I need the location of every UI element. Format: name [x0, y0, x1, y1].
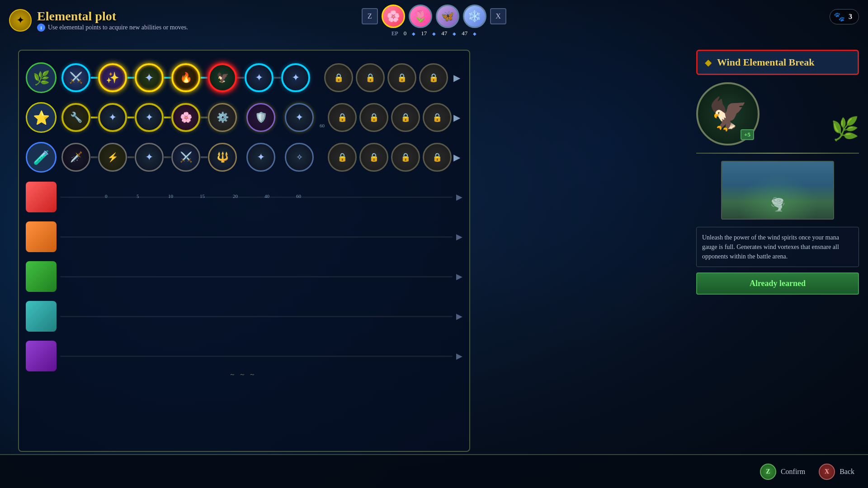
- connector-2-2: [127, 117, 134, 118]
- skill-node-3-2[interactable]: ⚡: [98, 143, 127, 172]
- empty-arrow-orange: ▶: [456, 232, 462, 242]
- skill-node-3-3[interactable]: ✦: [135, 143, 164, 172]
- skill-row-3: 🧪 🗡️ 0 ⚡ 5 ✦ 10 ⚔️ 15 🔱: [26, 139, 462, 175]
- empty-line-purple: [60, 356, 453, 357]
- char-next-btn[interactable]: X: [490, 8, 506, 24]
- connector-1-6: [274, 77, 281, 79]
- skill-node-1-7[interactable]: ✦: [281, 63, 310, 92]
- description-box: Unleash the power of the wind spirits on…: [696, 227, 859, 267]
- skill-node-1-10-locked: [387, 63, 416, 92]
- confirm-key-label: Z: [766, 468, 770, 475]
- ep-value-2: 17: [421, 30, 427, 37]
- skill-node-3-11-locked: [423, 143, 452, 172]
- skill-row-1: 🌿 ⚔️ ✨ ✦ 🔥 🦅 ✦: [26, 60, 462, 96]
- connector-2-3: [164, 117, 171, 118]
- empty-char-orange: [26, 221, 57, 252]
- skill-icon-large: 🦅 +5: [696, 82, 760, 145]
- skill-node-1-2[interactable]: ✨: [98, 63, 127, 92]
- ep-diamond-3: ◆: [453, 31, 456, 36]
- empty-line-teal: [60, 316, 453, 317]
- skill-node-3-1[interactable]: 🗡️: [61, 143, 90, 172]
- connector-1-4: [201, 77, 208, 79]
- connector-1-1: [91, 77, 98, 79]
- skill-node-2-4[interactable]: 🌸: [171, 103, 200, 132]
- skill-node-2-7[interactable]: ✦: [285, 103, 314, 132]
- row-arrow-2: ▶: [453, 112, 462, 123]
- skill-node-1-5-selected[interactable]: 🦅: [208, 63, 237, 92]
- connector-2-1: [91, 117, 98, 118]
- skill-node-1-4[interactable]: 🔥: [171, 63, 200, 92]
- row-arrow-1: ▶: [453, 72, 462, 83]
- skill-title-icon: ◆: [705, 57, 712, 68]
- empty-row-red: ▶: [26, 179, 462, 215]
- empty-arrow-red: ▶: [456, 192, 462, 202]
- back-button[interactable]: X Back: [819, 464, 854, 480]
- char-icon-row3: 🧪: [26, 142, 57, 173]
- back-label: Back: [840, 468, 854, 476]
- back-key: X: [819, 464, 835, 480]
- label-0-row3: 0: [105, 193, 108, 199]
- page-title: Elemental plot: [37, 9, 188, 23]
- divider: [696, 153, 859, 154]
- confirm-label: Confirm: [781, 468, 805, 476]
- ep-value-1: 0: [404, 30, 407, 37]
- skill-node-3-5[interactable]: 🔱: [208, 143, 237, 172]
- currency-display: 🐾 3: [830, 9, 859, 24]
- skill-node-3-6[interactable]: ✦: [246, 143, 275, 172]
- connector-3-1: [91, 156, 98, 158]
- label-15-row3: 15: [200, 193, 205, 199]
- skill-node-2-1[interactable]: 🔧: [61, 103, 90, 132]
- char-selector: Z 🌸 🌷 🦋 ❄️ X: [362, 5, 506, 28]
- char-prev-btn[interactable]: Z: [362, 8, 378, 24]
- empty-row-green2: ▶: [26, 258, 462, 295]
- char-avatar-3[interactable]: 🦋: [436, 5, 459, 28]
- empty-row-purple: ▶: [26, 338, 462, 374]
- skill-node-2-10-locked: [391, 103, 420, 132]
- main-panel: 🌿 ⚔️ ✨ ✦ 🔥 🦅 ✦: [18, 50, 470, 452]
- label-10-row3: 10: [168, 193, 173, 199]
- char-avatar-1[interactable]: 🌸: [382, 5, 405, 28]
- currency-value: 3: [849, 13, 852, 21]
- skill-node-1-1[interactable]: ⚔️: [61, 63, 90, 92]
- z-key-label: Z: [368, 12, 372, 20]
- connector-3-3: [164, 156, 171, 158]
- char-avatar-4[interactable]: ❄️: [463, 5, 486, 28]
- skill-preview-area: 🦅 +5 🌿: [696, 82, 859, 145]
- ep-bar: EP 0 ◆ 17 ◆ 47 ◆ 47 ◆: [392, 30, 477, 37]
- skill-node-1-6[interactable]: ✦: [245, 63, 274, 92]
- connector-3-2: [127, 156, 134, 158]
- skill-node-1-3[interactable]: ✦: [135, 63, 164, 92]
- grid-area: 🌿 ⚔️ ✨ ✦ 🔥 🦅 ✦: [19, 51, 469, 387]
- empty-arrow-teal: ▶: [456, 311, 462, 321]
- connector-1-2: [127, 77, 134, 79]
- skill-node-2-8-locked: [328, 103, 357, 132]
- char-icon-row1: 🌿: [26, 62, 57, 93]
- empty-line-red: [60, 197, 453, 198]
- skill-node-3-4[interactable]: ⚔️: [171, 143, 200, 172]
- currency-icon: 🐾: [834, 11, 845, 22]
- subtitle-row: i Use elemental points to acquire new ab…: [37, 23, 188, 32]
- empty-char-teal: [26, 301, 57, 332]
- skill-node-2-11-locked: [423, 103, 452, 132]
- skill-node-2-3[interactable]: ✦: [135, 103, 164, 132]
- confirm-key: Z: [760, 464, 776, 480]
- bottom-bar: Z Confirm X Back: [0, 454, 868, 488]
- char-avatar-2[interactable]: 🌷: [409, 5, 432, 28]
- skill-node-3-10-locked: [391, 143, 420, 172]
- title-section: ✦ Elemental plot i Use elemental points …: [9, 9, 188, 32]
- subtitle-text: Use elemental points to acquire new abil…: [48, 24, 188, 31]
- skill-node-1-9-locked: [356, 63, 385, 92]
- skill-node-3-7[interactable]: ✧: [285, 143, 314, 172]
- ep-label: EP: [392, 30, 398, 37]
- skill-node-2-9-locked: [359, 103, 388, 132]
- skill-node-2-6[interactable]: 🛡️: [246, 103, 275, 132]
- elemental-icon: ✦: [9, 9, 32, 32]
- skill-node-2-5[interactable]: ⚙️: [208, 103, 237, 132]
- preview-scene-figure: 🌪️: [770, 197, 786, 212]
- confirm-button[interactable]: Z Confirm: [760, 464, 805, 480]
- skill-node-1-11-locked: [419, 63, 448, 92]
- skill-node-2-2[interactable]: ✦: [98, 103, 127, 132]
- connector-1-3: [164, 77, 171, 79]
- ep-value-4: 47: [462, 30, 467, 37]
- skill-node-3-9-locked: [359, 143, 388, 172]
